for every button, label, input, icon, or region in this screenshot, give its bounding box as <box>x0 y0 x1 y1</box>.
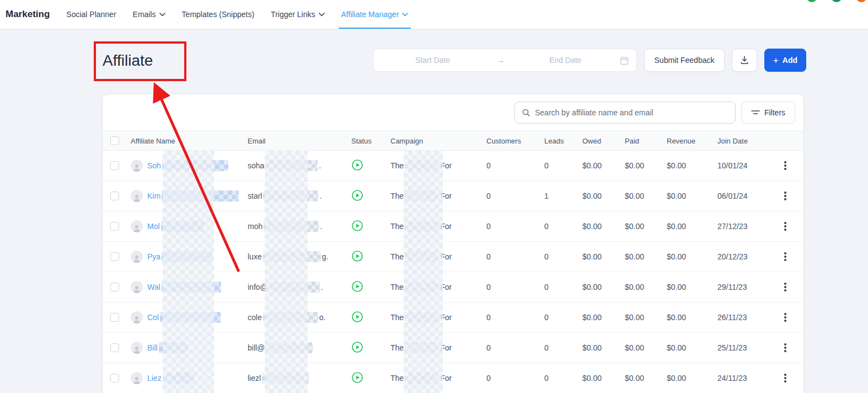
campaign-cell: The For <box>390 282 486 293</box>
email-suffix-text: . <box>320 222 322 231</box>
add-button-label: Add <box>783 56 797 65</box>
email-suffix-text: o. <box>319 313 326 322</box>
download-button[interactable] <box>732 49 757 72</box>
nav-tab-affiliate-manager[interactable]: Affiliate Manager <box>341 0 409 29</box>
affiliate-name-text: Liez <box>147 374 162 383</box>
status-cell <box>351 250 390 264</box>
campaign-text: The <box>390 252 404 261</box>
redacted-email <box>263 251 321 262</box>
campaign-suffix-text: For <box>440 161 452 170</box>
redacted-email <box>266 342 313 353</box>
affiliate-name-text: Kim <box>147 192 160 200</box>
row-menu-button[interactable] <box>780 220 791 232</box>
row-menu-button[interactable] <box>780 251 791 263</box>
campaign-text: The <box>390 161 404 170</box>
search-input[interactable] <box>535 108 728 117</box>
filter-icon <box>751 109 760 116</box>
redacted-campaign <box>405 221 439 232</box>
col-status: Status <box>351 137 390 145</box>
page-title: Affiliate <box>103 52 153 70</box>
join-date-value: 27/12/23 <box>717 222 775 231</box>
chevron-down-icon <box>159 13 165 17</box>
redacted-email <box>262 373 309 384</box>
revenue-value: $0.00 <box>667 343 717 352</box>
nav-tab-emails[interactable]: Emails <box>133 0 165 29</box>
col-leads: Leads <box>544 137 582 145</box>
row-checkbox[interactable] <box>110 222 119 231</box>
add-button[interactable]: + Add <box>764 49 806 72</box>
date-range-picker[interactable]: Start Date → End Date <box>373 49 637 72</box>
paid-value: $0.00 <box>625 313 667 322</box>
affiliate-name-link[interactable]: Bill <box>147 342 189 353</box>
customers-value: 0 <box>486 313 544 322</box>
leads-value: 0 <box>544 374 582 383</box>
avatar <box>131 220 143 232</box>
affiliate-name-link[interactable]: Kim <box>147 190 240 201</box>
join-date-value: 29/11/23 <box>717 283 775 291</box>
nav-tabs: Social Planner Emails Templates (Snippet… <box>66 0 408 29</box>
customers-value: 0 <box>486 343 544 352</box>
row-checkbox[interactable] <box>110 343 119 352</box>
status-active-play-icon <box>351 341 363 353</box>
redacted-name <box>162 190 239 201</box>
table-body: Soh soha . The For 0 0 $0.00 $0.00 $0.00… <box>103 151 803 393</box>
owed-value: $0.00 <box>582 192 625 200</box>
col-paid: Paid <box>625 137 667 145</box>
row-checkbox[interactable] <box>110 252 119 261</box>
filters-button[interactable]: Filters <box>741 102 795 124</box>
campaign-cell: The For <box>390 221 486 232</box>
row-menu-button[interactable] <box>780 311 791 323</box>
affiliate-name-link[interactable]: Mol <box>147 221 205 232</box>
nav-tab-trigger-links[interactable]: Trigger Links <box>271 0 324 29</box>
leads-value: 0 <box>544 313 582 322</box>
affiliate-name-link[interactable]: Wal <box>147 282 222 293</box>
affiliate-name-text: Col <box>147 313 159 322</box>
email-text: starl <box>248 192 262 200</box>
customers-value: 0 <box>486 283 544 291</box>
row-checkbox[interactable] <box>110 313 119 322</box>
nav-tab-templates-snippets[interactable]: Templates (Snippets) <box>182 0 255 29</box>
email-text: moh <box>248 222 262 231</box>
affiliate-name-link[interactable]: Col <box>147 312 222 323</box>
status-cell <box>351 311 390 325</box>
calendar-icon <box>620 56 629 65</box>
campaign-cell: The For <box>390 190 486 201</box>
row-checkbox[interactable] <box>110 374 119 383</box>
select-all-checkbox[interactable] <box>110 136 119 145</box>
submit-feedback-button[interactable]: Submit Feedback <box>644 49 725 72</box>
row-menu-button[interactable] <box>780 342 791 354</box>
chevron-down-icon <box>319 13 325 17</box>
customers-value: 0 <box>486 161 544 170</box>
avatar <box>131 342 143 354</box>
row-menu-button[interactable] <box>780 372 791 384</box>
join-date-value: 25/11/23 <box>717 343 775 352</box>
status-active-play-icon <box>351 189 363 201</box>
avatar <box>131 372 143 384</box>
campaign-suffix-text: For <box>440 343 452 352</box>
email-cell: liezl <box>248 373 351 384</box>
status-active-play-icon <box>351 371 363 384</box>
revenue-value: $0.00 <box>667 313 717 322</box>
paid-value: $0.00 <box>625 374 667 383</box>
row-checkbox[interactable] <box>110 192 119 200</box>
redacted-email <box>265 160 318 171</box>
nav-tab-label: Social Planner <box>66 10 116 19</box>
row-checkbox[interactable] <box>110 161 119 170</box>
owed-value: $0.00 <box>582 313 625 322</box>
filters-button-label: Filters <box>764 108 785 117</box>
nav-tab-social-planner[interactable]: Social Planner <box>66 0 116 29</box>
affiliate-name-link[interactable]: Pya <box>147 251 213 262</box>
leads-value: 0 <box>544 161 582 170</box>
redacted-campaign <box>405 373 439 384</box>
affiliate-name-link[interactable]: Soh <box>147 160 229 171</box>
affiliate-name-link[interactable]: Liez <box>147 373 196 384</box>
email-cell: soha . <box>248 160 351 171</box>
row-menu-button[interactable] <box>780 281 791 293</box>
row-menu-button[interactable] <box>780 160 791 172</box>
card-toolbar: Filters <box>103 94 803 131</box>
col-customers: Customers <box>486 137 544 145</box>
redacted-email <box>263 312 318 323</box>
row-checkbox[interactable] <box>110 283 119 291</box>
campaign-suffix-text: For <box>440 252 452 261</box>
row-menu-button[interactable] <box>780 190 791 202</box>
